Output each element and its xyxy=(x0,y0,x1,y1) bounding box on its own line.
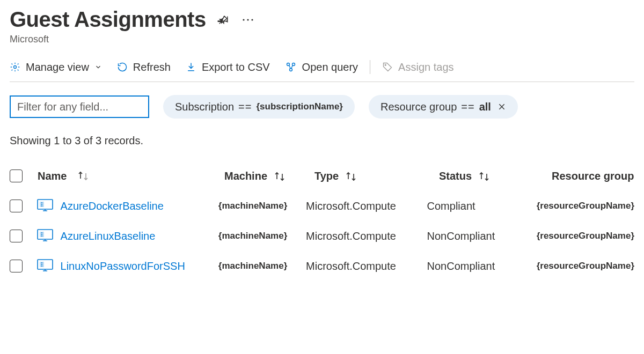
cell-machine: {machineName} xyxy=(218,201,306,211)
svg-point-7 xyxy=(385,64,386,65)
row-checkbox[interactable] xyxy=(10,200,23,212)
svg-point-3 xyxy=(14,66,17,69)
refresh-button[interactable]: Refresh xyxy=(117,61,171,73)
pin-icon[interactable] xyxy=(216,12,231,27)
command-bar: Manage view Refresh Export to CSV xyxy=(10,60,634,82)
filter-pill-subscription[interactable]: Subscription == {subscriptionName} xyxy=(163,95,355,119)
manage-view-label: Manage view xyxy=(26,61,89,73)
table-row: LinuxNoPasswordForSSH {machineName} Micr… xyxy=(10,251,634,281)
assign-tags-label: Assign tags xyxy=(398,61,453,73)
gear-icon xyxy=(10,62,20,72)
pill-rg-eq: == xyxy=(461,101,474,113)
cell-type: Microsoft.Compute xyxy=(306,230,427,242)
svg-point-12 xyxy=(41,205,42,206)
assignment-name-link[interactable]: LinuxNoPasswordForSSH xyxy=(61,260,185,272)
column-header-machine-label: Machine xyxy=(224,170,267,182)
table-header-row: Name Machine Type Status Resource group xyxy=(10,161,634,191)
sort-icon xyxy=(478,172,491,181)
row-checkbox[interactable] xyxy=(10,260,23,272)
page-title: Guest Assignments xyxy=(10,8,206,32)
select-all-checkbox[interactable] xyxy=(10,169,23,182)
records-count: Showing 1 to 3 of 3 records. xyxy=(10,135,634,147)
cell-machine: {machineName} xyxy=(218,261,306,271)
sort-icon xyxy=(345,172,358,181)
svg-point-1 xyxy=(247,19,248,20)
pill-subscription-label: Subscription xyxy=(175,101,234,113)
filter-input[interactable] xyxy=(10,95,149,118)
svg-point-17 xyxy=(41,235,42,237)
cell-machine: {machineName} xyxy=(218,231,306,241)
column-header-status-label: Status xyxy=(439,170,472,182)
column-header-type[interactable]: Type xyxy=(314,170,439,182)
close-icon[interactable] xyxy=(497,102,506,111)
export-csv-button[interactable]: Export to CSV xyxy=(186,61,270,73)
pill-subscription-value: {subscriptionName} xyxy=(256,101,343,112)
svg-point-6 xyxy=(289,69,292,71)
vm-icon xyxy=(37,199,53,213)
open-query-label: Open query xyxy=(302,61,358,73)
more-icon[interactable] xyxy=(240,12,255,27)
vm-icon xyxy=(37,259,53,273)
column-header-name[interactable]: Name xyxy=(38,170,224,182)
cell-status: NonCompliant xyxy=(427,260,537,272)
refresh-label: Refresh xyxy=(133,61,171,73)
tag-icon xyxy=(382,62,393,72)
pill-subscription-eq: == xyxy=(238,101,252,113)
row-checkbox[interactable] xyxy=(10,230,23,242)
cell-status: NonCompliant xyxy=(427,230,537,242)
sort-icon xyxy=(274,172,287,181)
svg-point-15 xyxy=(41,232,42,233)
cell-type: Microsoft.Compute xyxy=(306,200,427,212)
svg-point-22 xyxy=(41,266,42,267)
assignments-table: Name Machine Type Status Resource group xyxy=(10,161,634,281)
pill-rg-label: Resource group xyxy=(380,101,457,113)
svg-point-2 xyxy=(251,19,253,20)
manage-view-button[interactable]: Manage view xyxy=(10,61,102,73)
column-header-status[interactable]: Status xyxy=(439,170,552,182)
cell-resource-group: {resourceGroupName} xyxy=(537,261,634,271)
column-header-resource-group[interactable]: Resource group xyxy=(552,170,634,182)
page-subtitle: Microsoft xyxy=(10,34,634,45)
table-row: AzureLinuxBaseline {machineName} Microso… xyxy=(10,221,634,251)
assignment-name-link[interactable]: AzureDockerBaseline xyxy=(61,200,164,212)
export-csv-label: Export to CSV xyxy=(202,61,270,73)
svg-point-0 xyxy=(243,19,244,20)
query-icon xyxy=(285,62,297,72)
sort-icon xyxy=(77,171,90,181)
open-query-button[interactable]: Open query xyxy=(285,61,358,73)
svg-point-20 xyxy=(41,262,42,263)
pill-rg-value: all xyxy=(479,101,491,113)
filter-pill-resource-group[interactable]: Resource group == all xyxy=(369,95,518,119)
column-header-name-label: Name xyxy=(38,170,67,182)
assignment-name-link[interactable]: AzureLinuxBaseline xyxy=(61,230,156,242)
cell-status: Compliant xyxy=(427,200,537,212)
svg-point-10 xyxy=(41,202,42,203)
chevron-down-icon xyxy=(94,61,102,73)
table-row: AzureDockerBaseline {machineName} Micros… xyxy=(10,191,634,221)
toolbar-separator xyxy=(370,60,370,74)
download-icon xyxy=(186,62,196,72)
cell-type: Microsoft.Compute xyxy=(306,260,427,272)
column-header-type-label: Type xyxy=(314,170,339,182)
column-header-machine[interactable]: Machine xyxy=(224,170,314,182)
cell-resource-group: {resourceGroupName} xyxy=(537,231,634,241)
refresh-icon xyxy=(117,62,128,72)
svg-point-21 xyxy=(41,264,42,265)
vm-icon xyxy=(37,229,53,243)
column-header-rg-label: Resource group xyxy=(552,170,634,182)
filter-bar: Subscription == {subscriptionName} Resou… xyxy=(10,95,634,119)
cell-resource-group: {resourceGroupName} xyxy=(537,201,634,211)
svg-point-16 xyxy=(41,234,42,235)
assign-tags-button: Assign tags xyxy=(382,61,453,73)
svg-point-11 xyxy=(41,204,42,205)
